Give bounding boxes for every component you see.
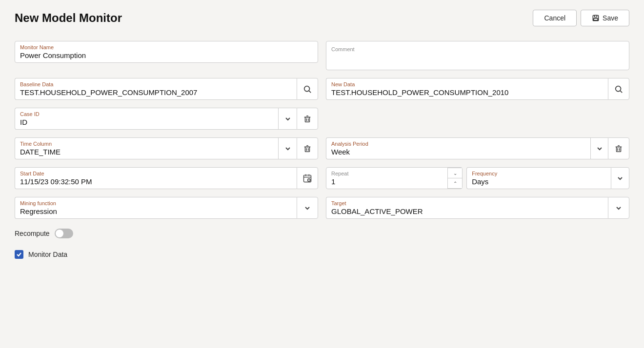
target-field[interactable]: Target GLOBAL_ACTIVE_POWER: [326, 197, 608, 219]
frequency-field[interactable]: Frequency Days: [466, 167, 611, 189]
toggle-knob: [56, 230, 63, 237]
chevron-down-icon: [617, 175, 623, 181]
start-date-calendar-button[interactable]: [297, 167, 318, 189]
header-actions: Cancel Save: [533, 10, 629, 26]
time-column-delete-button[interactable]: [297, 137, 318, 159]
analysis-period-label: Analysis Period: [331, 141, 585, 147]
analysis-period-section: Analysis Period Week: [326, 137, 629, 159]
repeat-spinners: ⌄ ⌃: [447, 168, 462, 189]
trash-icon: [614, 144, 623, 153]
time-column-dropdown-button[interactable]: [278, 137, 297, 159]
repeat-label: Repeat: [331, 171, 443, 176]
target-dropdown-button[interactable]: [608, 197, 629, 219]
row-data-sources: Baseline Data TEST.HOUSEHOLD_POWER_CONSU…: [15, 78, 629, 100]
save-button[interactable]: Save: [581, 10, 629, 26]
row-caseid: Case ID ID: [15, 108, 629, 130]
monitor-name-value: Power Consumption: [20, 51, 313, 59]
svg-point-3: [304, 86, 310, 91]
repeat-field-group: Repeat 1 ⌄ ⌃: [326, 167, 463, 189]
repeat-increment-button[interactable]: ⌃: [447, 178, 462, 188]
svg-point-5: [616, 86, 621, 91]
row-mining-target: Mining function Regression Target GLOBAL…: [15, 197, 629, 219]
case-id-field[interactable]: Case ID ID: [15, 108, 278, 130]
cancel-button[interactable]: Cancel: [533, 10, 577, 26]
new-data-value: TEST.HOUSEHOLD_POWER_CONSUMPTION_2010: [331, 88, 603, 97]
time-column-section: Time Column DATE_TIME: [15, 137, 318, 159]
chevron-down-icon: [616, 205, 622, 211]
comment-field[interactable]: Comment: [326, 41, 629, 70]
new-data-section: New Data TEST.HOUSEHOLD_POWER_CONSUMPTIO…: [326, 78, 629, 100]
form-area: Monitor Name Power Consumption Comment B…: [15, 41, 629, 259]
time-column-field[interactable]: Time Column DATE_TIME: [15, 137, 278, 159]
case-id-value: ID: [20, 118, 273, 126]
trash-icon: [303, 115, 312, 123]
start-date-value: 11/15/23 09:32:50 PM: [20, 177, 292, 186]
chevron-down-icon: [597, 146, 603, 152]
svg-line-4: [309, 91, 311, 93]
start-date-field[interactable]: Start Date 11/15/23 09:32:50 PM: [15, 167, 297, 189]
recompute-label: Recompute: [15, 230, 50, 237]
row-monitor-comment: Monitor Name Power Consumption Comment: [15, 41, 629, 70]
target-section: Target GLOBAL_ACTIVE_POWER: [326, 197, 629, 219]
case-id-delete-button[interactable]: [297, 108, 318, 130]
baseline-data-field[interactable]: Baseline Data TEST.HOUSEHOLD_POWER_CONSU…: [15, 78, 297, 100]
svg-rect-17: [617, 147, 621, 152]
frequency-label: Frequency: [472, 171, 606, 176]
baseline-search-button[interactable]: [297, 78, 318, 100]
svg-rect-12: [305, 147, 310, 152]
recompute-row: Recompute: [15, 229, 629, 238]
repeat-decrement-button[interactable]: ⌄: [447, 168, 462, 178]
analysis-period-delete-button[interactable]: [608, 137, 629, 159]
frequency-dropdown-button[interactable]: [611, 167, 629, 189]
target-value: GLOBAL_ACTIVE_POWER: [331, 207, 603, 215]
case-id-dropdown-button[interactable]: [278, 108, 297, 130]
search-icon: [614, 85, 623, 94]
svg-rect-7: [305, 117, 310, 122]
trash-icon: [303, 144, 312, 153]
baseline-data-label: Baseline Data: [20, 81, 292, 87]
monitor-data-checkbox[interactable]: [15, 250, 23, 259]
search-icon: [303, 85, 312, 94]
mining-function-field[interactable]: Mining function Regression: [15, 197, 297, 219]
new-data-label: New Data: [331, 81, 603, 87]
repeat-field: Repeat 1: [326, 168, 447, 189]
new-data-search-button[interactable]: [608, 78, 629, 100]
case-id-label: Case ID: [20, 111, 273, 117]
mining-function-dropdown-button[interactable]: [297, 197, 318, 219]
save-icon: [592, 14, 600, 22]
svg-rect-1: [595, 15, 597, 17]
start-date-label: Start Date: [20, 171, 292, 176]
repeat-freq-section: Repeat 1 ⌄ ⌃ Frequency Days: [326, 167, 629, 189]
svg-line-6: [620, 91, 622, 93]
baseline-data-section: Baseline Data TEST.HOUSEHOLD_POWER_CONSU…: [15, 78, 318, 100]
analysis-period-field[interactable]: Analysis Period Week: [326, 137, 590, 159]
target-label: Target: [331, 200, 603, 206]
row-start-repeat-freq: Start Date 11/15/23 09:32:50 PM Rep: [15, 167, 629, 189]
calendar-icon: [302, 174, 312, 183]
monitor-name-label: Monitor Name: [20, 44, 313, 50]
new-data-field[interactable]: New Data TEST.HOUSEHOLD_POWER_CONSUMPTIO…: [326, 78, 608, 100]
svg-rect-2: [594, 19, 598, 20]
baseline-data-value: TEST.HOUSEHOLD_POWER_CONSUMPTION_2007: [20, 88, 292, 97]
chevron-down-icon: [285, 146, 291, 152]
chevron-down-icon: [304, 205, 310, 211]
case-id-row-spacer: [326, 108, 629, 130]
start-date-section: Start Date 11/15/23 09:32:50 PM: [15, 167, 318, 189]
time-column-value: DATE_TIME: [20, 148, 273, 156]
monitor-name-section: Monitor Name Power Consumption: [15, 41, 318, 70]
analysis-period-dropdown-button[interactable]: [590, 137, 608, 159]
mining-function-section: Mining function Regression: [15, 197, 318, 219]
monitor-name-field[interactable]: Monitor Name Power Consumption: [15, 41, 318, 63]
check-icon: [16, 251, 22, 257]
monitor-data-label: Monitor Data: [28, 251, 67, 258]
comment-label: Comment: [331, 46, 624, 52]
monitor-data-row: Monitor Data: [15, 250, 629, 259]
recompute-toggle[interactable]: [55, 229, 73, 238]
chevron-down-icon: [285, 116, 291, 122]
analysis-period-value: Week: [331, 148, 585, 156]
row-time-analysis: Time Column DATE_TIME Analysis: [15, 137, 629, 159]
page-header: New Model Monitor Cancel Save: [15, 10, 629, 26]
comment-section: Comment: [326, 41, 629, 70]
frequency-value: Days: [472, 177, 606, 186]
time-column-label: Time Column: [20, 141, 273, 147]
